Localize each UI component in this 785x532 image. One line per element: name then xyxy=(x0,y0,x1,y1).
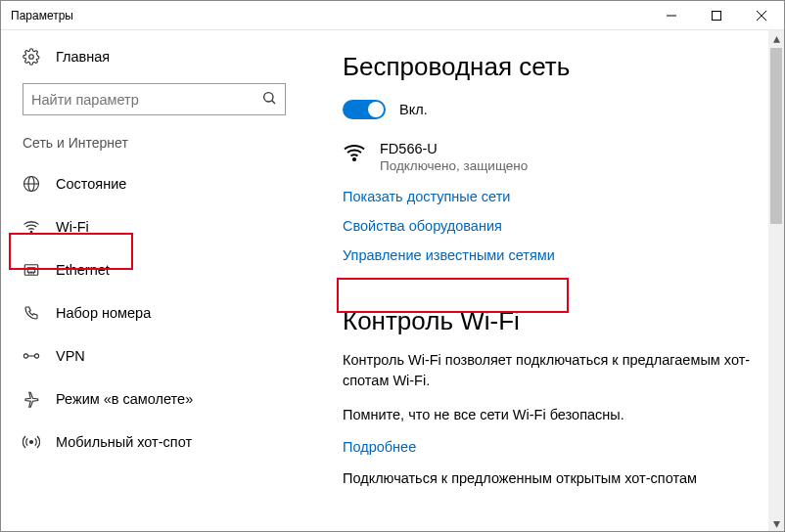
connected-network[interactable]: FD566-U Подключено, защищено xyxy=(343,141,753,173)
svg-point-19 xyxy=(30,441,33,444)
wifi-signal-icon xyxy=(343,141,366,164)
svg-rect-1 xyxy=(713,11,721,20)
link-show-networks[interactable]: Показать доступные сети xyxy=(343,189,510,204)
wifi-control-para2: Помните, что не все сети Wi-Fi безопасны… xyxy=(343,405,753,425)
wifi-icon xyxy=(23,218,40,236)
search-icon xyxy=(261,90,277,109)
link-known-networks[interactable]: Управление известными сетями xyxy=(343,247,555,263)
svg-point-16 xyxy=(23,354,27,358)
search-input[interactable] xyxy=(31,92,261,108)
sidebar-item-airplane[interactable]: Режим «в самолете» xyxy=(1,377,307,421)
ethernet-icon xyxy=(23,261,40,279)
nav-label: Wi-Fi xyxy=(56,219,89,235)
home-label: Главная xyxy=(56,49,110,65)
wifi-toggle-row: Вкл. xyxy=(343,100,753,119)
airplane-icon xyxy=(23,390,40,408)
nav-label: Режим «в самолете» xyxy=(56,391,193,407)
link-learn-more[interactable]: Подробнее xyxy=(343,439,416,455)
sidebar-item-status[interactable]: Состояние xyxy=(1,162,307,205)
toggle-label: Вкл. xyxy=(399,102,428,117)
nav-label: Набор номера xyxy=(56,305,151,321)
link-hardware-properties[interactable]: Свойства оборудования xyxy=(343,218,502,234)
group-title: Сеть и Интернет xyxy=(1,135,307,162)
titlebar: Параметры xyxy=(1,1,784,30)
globe-icon xyxy=(23,175,40,193)
sidebar-item-ethernet[interactable]: Ethernet xyxy=(1,248,307,291)
nav-label: VPN xyxy=(56,348,85,364)
svg-line-6 xyxy=(272,101,275,104)
sidebar-item-dialup[interactable]: Набор номера xyxy=(1,291,307,334)
wifi-control-para1: Контроль Wi-Fi позволяет подключаться к … xyxy=(343,350,753,391)
svg-point-5 xyxy=(264,93,273,102)
settings-window: Параметры Главная xyxy=(0,0,785,532)
wifi-control-para3: Подключаться к предложенным открытым хот… xyxy=(343,468,753,489)
sidebar-item-vpn[interactable]: VPN xyxy=(1,334,307,377)
svg-rect-12 xyxy=(27,268,35,273)
nav-label: Состояние xyxy=(56,176,126,192)
sidebar-item-hotspot[interactable]: Мобильный хот-спот xyxy=(1,421,307,464)
toggle-knob xyxy=(368,102,384,117)
search-wrap xyxy=(1,83,307,135)
scroll-down-arrow[interactable]: ▾ xyxy=(768,515,784,531)
content: Главная Сеть и Интернет Состояние xyxy=(1,30,784,531)
sidebar: Главная Сеть и Интернет Состояние xyxy=(1,30,307,531)
hotspot-icon xyxy=(23,433,40,451)
section-title-wifi-control: Контроль Wi-Fi xyxy=(343,306,753,336)
gear-icon xyxy=(23,48,40,66)
scrollbar-thumb[interactable] xyxy=(770,48,782,224)
window-buttons xyxy=(649,1,784,29)
search-box[interactable] xyxy=(23,83,286,115)
maximize-button[interactable] xyxy=(694,1,739,29)
svg-point-17 xyxy=(34,354,38,358)
vertical-scrollbar[interactable]: ▴ ▾ xyxy=(768,30,784,531)
sidebar-item-wifi[interactable]: Wi-Fi xyxy=(1,205,307,248)
minimize-button[interactable] xyxy=(649,1,694,29)
scroll-up-arrow[interactable]: ▴ xyxy=(768,30,784,46)
network-text: FD566-U Подключено, защищено xyxy=(380,141,528,173)
close-button[interactable] xyxy=(739,1,784,29)
main-panel: Беспроводная сеть Вкл. FD566-U Подключен… xyxy=(307,30,784,531)
svg-point-20 xyxy=(353,158,355,160)
nav-label: Ethernet xyxy=(56,262,110,278)
network-ssid: FD566-U xyxy=(380,141,528,156)
home-row[interactable]: Главная xyxy=(1,48,307,83)
wifi-toggle[interactable] xyxy=(343,100,386,119)
page-title: Беспроводная сеть xyxy=(343,52,753,82)
network-status: Подключено, защищено xyxy=(380,158,528,173)
dialup-icon xyxy=(23,304,40,322)
vpn-icon xyxy=(23,347,40,365)
nav-label: Мобильный хот-спот xyxy=(56,434,192,450)
svg-point-4 xyxy=(29,55,34,60)
svg-point-10 xyxy=(30,232,32,234)
window-title: Параметры xyxy=(11,9,649,22)
